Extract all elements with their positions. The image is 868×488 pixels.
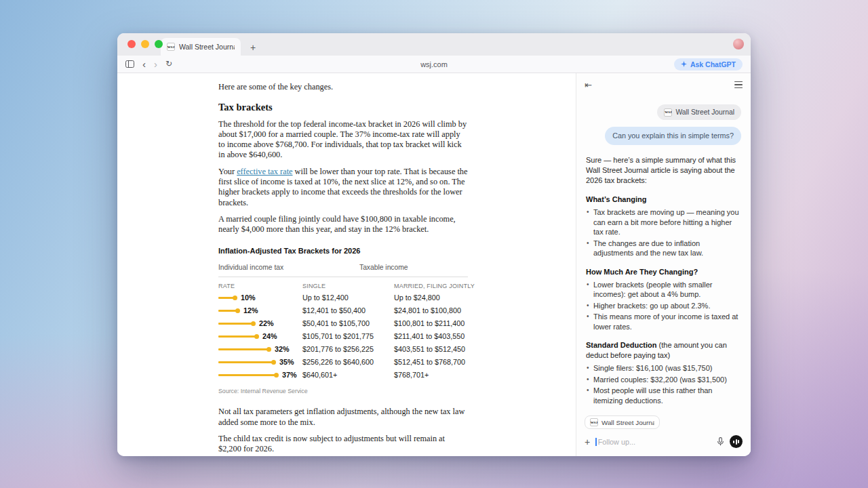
chart-source: Source: Internal Revenue Service	[218, 386, 468, 396]
married-range: $24,801 to $100,800	[394, 306, 468, 316]
rate-bar	[218, 297, 234, 299]
composer-context-chip[interactable]: WSJ Wall Street Journal	[585, 415, 660, 429]
rate-bar	[218, 336, 256, 338]
wsj-chip-icon: WSJ	[590, 418, 598, 426]
tax-bracket-row: 24%$105,701 to $201,775$211,401 to $403,…	[218, 330, 468, 343]
married-range: $512,451 to $768,700	[394, 357, 468, 367]
followup-input[interactable]: Follow up...	[595, 438, 711, 446]
assistant-section-heading: What’s Changing	[586, 195, 741, 205]
single-range: $256,226 to $640,600	[302, 357, 394, 367]
married-range: Up to $24,800	[394, 293, 468, 303]
chart-group-labels: Individual income tax Taxable income	[218, 262, 468, 277]
article-paragraph: Your effective tax rate will be lower th…	[218, 167, 468, 208]
rate-bar	[218, 361, 273, 363]
traffic-lights	[127, 40, 163, 48]
address-bar[interactable]: wsj.com	[420, 60, 448, 68]
menu-icon[interactable]	[734, 81, 743, 88]
rate-label: 12%	[243, 306, 258, 316]
tax-bracket-row: 10%Up to $12,400Up to $24,800	[218, 291, 468, 304]
article-pane: Here are some of the key changes. Tax br…	[117, 73, 576, 456]
rate-label: 35%	[279, 357, 294, 367]
close-window-button[interactable]	[127, 40, 136, 48]
tax-bracket-row: 12%$12,401 to $50,400$24,801 to $100,800	[218, 304, 468, 317]
rate-bar	[218, 348, 268, 350]
tax-bracket-row: 35%$256,226 to $640,600$512,451 to $768,…	[218, 356, 468, 369]
assistant-bullet: Single filers: $16,100 (was $15,750)	[586, 363, 741, 373]
effective-tax-rate-link[interactable]: effective tax rate	[237, 167, 292, 176]
single-range: $12,401 to $50,400	[302, 306, 394, 316]
article-paragraph: A married couple filing jointly could ha…	[218, 214, 468, 235]
rate-bar	[218, 310, 237, 312]
user-message: Can you explain this in simple terms?	[605, 127, 741, 145]
rate-bar-dot	[233, 296, 237, 300]
assistant-bullet: This means more of your income is taxed …	[586, 312, 741, 331]
assistant-sections: What’s ChangingTax brackets are moving u…	[586, 195, 741, 409]
tax-brackets-chart: Inflation-Adjusted Tax Brackets for 2026…	[218, 246, 468, 397]
ask-chatgpt-button[interactable]: Ask ChatGPT	[674, 58, 743, 70]
rate-bar-dot	[271, 360, 276, 365]
assistant-bullet: Most people will use this rather than it…	[586, 386, 741, 405]
married-range: $768,701+	[394, 370, 468, 380]
assistant-bullet: Lower brackets (people with smaller inco…	[586, 280, 741, 300]
back-button[interactable]: ‹	[142, 59, 146, 69]
single-range: $105,701 to $201,775	[302, 331, 394, 342]
rate-bar	[218, 374, 275, 376]
chatgpt-sidebar: ⇤ WSJ Wall Street Journal Can you explai…	[576, 73, 751, 456]
rate-label: 37%	[282, 370, 297, 380]
rate-bar-dot	[254, 334, 259, 339]
assistant-bullet: Higher brackets: go up about 2.3%.	[586, 301, 741, 311]
wsj-favicon-icon: WSJ	[167, 43, 175, 51]
sidebar-toggle-icon[interactable]	[125, 60, 134, 68]
titlebar: WSJ Wall Street Journal +	[117, 33, 751, 56]
article-paragraph: The threshold for the top federal income…	[218, 119, 468, 161]
single-range: $50,401 to $105,700	[302, 319, 394, 329]
assistant-intro: Sure — here’s a simple summary of what t…	[586, 155, 741, 186]
assistant-section: How Much Are They Changing?Lower bracket…	[586, 267, 741, 332]
zoom-window-button[interactable]	[155, 40, 163, 48]
voice-mode-button[interactable]	[730, 435, 743, 448]
chatgpt-spark-icon	[681, 61, 687, 67]
assistant-section-heading: Standard Deduction (the amount you can d…	[586, 340, 741, 361]
rate-bar-dot	[274, 373, 279, 378]
forward-button[interactable]: ›	[154, 59, 157, 69]
section-heading-tax-brackets: Tax brackets	[218, 102, 468, 113]
attach-plus-button[interactable]: +	[585, 437, 590, 447]
assistant-section: Standard Deduction (the amount you can d…	[586, 340, 741, 405]
sidebar-header: ⇤	[576, 73, 751, 96]
chart-title: Inflation-Adjusted Tax Brackets for 2026	[218, 246, 468, 256]
rate-bar-dot	[251, 321, 256, 326]
tab-wall-street-journal[interactable]: WSJ Wall Street Journal	[161, 38, 241, 56]
assistant-bullet: Married couples: $32,200 (was $31,500)	[586, 375, 741, 385]
minimize-window-button[interactable]	[141, 40, 149, 48]
tax-bracket-row: 22%$50,401 to $105,700$100,801 to $211,4…	[218, 317, 468, 330]
tax-bracket-row: 32%$201,776 to $256,225$403,551 to $512,…	[218, 343, 468, 356]
tax-bracket-row: 37%$640,601+$768,701+	[218, 369, 468, 382]
chart-column-headers: RATE SINGLE MARRIED, FILING JOINTLY	[218, 281, 468, 291]
context-chip-wsj[interactable]: WSJ Wall Street Journal	[657, 104, 741, 120]
browser-window: WSJ Wall Street Journal + ‹ › ↻ wsj.com …	[117, 33, 751, 456]
assistant-section: What’s ChangingTax brackets are moving u…	[586, 195, 741, 258]
composer: WSJ Wall Street Journal + Follow up...	[576, 409, 751, 457]
married-range: $403,551 to $512,450	[394, 344, 468, 354]
married-range: $211,401 to $403,550	[394, 331, 468, 342]
rate-bar-dot	[267, 347, 271, 352]
text-caret	[595, 438, 597, 446]
assistant-bullet: The changes are due to inflation adjustm…	[586, 239, 741, 258]
browser-toolbar: ‹ › ↻ wsj.com Ask ChatGPT	[117, 56, 751, 73]
rate-label: 32%	[275, 344, 290, 354]
rate-bar	[218, 323, 252, 325]
collapse-panel-icon[interactable]: ⇤	[585, 80, 592, 90]
reload-button[interactable]: ↻	[165, 59, 172, 69]
assistant-section-heading: How Much Are They Changing?	[586, 267, 741, 277]
profile-avatar[interactable]	[733, 39, 744, 49]
microphone-icon[interactable]	[717, 437, 724, 446]
rate-label: 10%	[241, 293, 256, 303]
single-range: $201,776 to $256,225	[302, 344, 394, 354]
chat-thread: WSJ Wall Street Journal Can you explain …	[576, 96, 751, 409]
tab-title: Wall Street Journal	[179, 43, 235, 51]
wsj-chip-icon: WSJ	[664, 108, 672, 117]
single-range: $640,601+	[302, 370, 394, 380]
new-tab-button[interactable]: +	[248, 43, 258, 52]
rate-label: 22%	[259, 319, 274, 329]
article-paragraph: Not all tax parameters get inflation adj…	[218, 407, 468, 428]
